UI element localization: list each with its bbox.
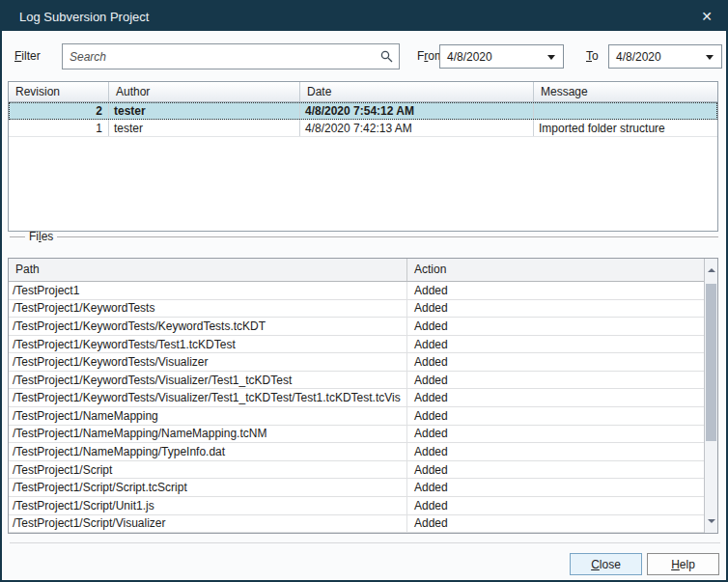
revision-row[interactable]: 1 tester 4/8/2020 7:42:13 AM Imported fo…	[9, 120, 717, 137]
column-header-message[interactable]: Message	[534, 82, 717, 101]
filter-label: Filter	[14, 43, 41, 69]
column-header-date[interactable]: Date	[300, 82, 534, 101]
file-row[interactable]: /TestProject1/Script/Visualizer Added	[9, 515, 704, 534]
path-cell: /TestProject1/KeywordTests/Visualizer/Te…	[9, 372, 407, 389]
chevron-down-icon	[706, 55, 714, 60]
from-date-select[interactable]: 4/8/2020	[439, 44, 564, 69]
to-date-select[interactable]: 4/8/2020	[608, 44, 722, 69]
file-row[interactable]: /TestProject1/Script/Script.tcScript Add…	[9, 479, 704, 497]
file-row[interactable]: /TestProject1 Added	[9, 282, 704, 300]
action-cell: Added	[407, 407, 704, 425]
path-cell: /TestProject1/Script	[9, 461, 407, 479]
path-cell: /TestProject1/NameMapping/TypeInfo.dat	[9, 443, 407, 460]
action-cell: Added	[407, 389, 704, 406]
revision-cell: 2	[9, 102, 109, 119]
author-cell: tester	[109, 120, 300, 136]
file-row[interactable]: /TestProject1/KeywordTests/Test1.tcKDTes…	[9, 336, 704, 354]
path-cell: /TestProject1/Script/Visualizer	[9, 515, 407, 533]
path-cell: /TestProject1/Script/Unit1.js	[9, 497, 407, 514]
revisions-table-header: Revision Author Date Message	[9, 82, 717, 102]
file-row[interactable]: /TestProject1/Script/Unit1.js Added	[9, 497, 704, 515]
path-cell: /TestProject1/NameMapping/NameMapping.tc…	[9, 426, 407, 443]
search-icon	[380, 50, 393, 63]
revisions-table: Revision Author Date Message 2 tester 4/…	[8, 81, 718, 232]
files-table: Path Action /TestProject1 Added /TestPro…	[8, 258, 718, 534]
action-cell: Added	[407, 443, 704, 460]
files-vertical-scrollbar[interactable]	[704, 259, 717, 533]
scrollbar-thumb[interactable]	[706, 284, 716, 441]
scroll-down-button[interactable]	[705, 514, 717, 528]
action-cell: Added	[407, 461, 704, 479]
close-button[interactable]: Close	[570, 553, 642, 575]
path-cell: /TestProject1/KeywordTests/KeywordTests.…	[9, 318, 407, 335]
path-cell: /TestProject1/KeywordTests/Visualizer	[9, 353, 407, 371]
path-cell: /TestProject1/NameMapping	[9, 407, 407, 425]
close-icon: ✕	[701, 9, 713, 24]
file-row[interactable]: /TestProject1/NameMapping/NameMapping.tc…	[9, 426, 704, 444]
path-cell: /TestProject1/Script/Script.tcScript	[9, 479, 407, 496]
footer-separator	[10, 542, 720, 543]
close-button-label: Close	[591, 558, 621, 571]
file-row[interactable]: /TestProject1/KeywordTests/Visualizer/Te…	[9, 372, 704, 390]
window-close-button[interactable]: ✕	[687, 2, 726, 31]
date-cell: 4/8/2020 7:42:13 AM	[300, 120, 534, 136]
action-cell: Added	[407, 318, 704, 335]
action-cell: Added	[407, 479, 704, 496]
to-label: To	[586, 43, 599, 69]
scroll-up-icon	[708, 268, 715, 272]
scroll-down-icon	[708, 519, 715, 523]
log-subversion-project-dialog: Log Subversion Project ✕ Filter From 4/8…	[0, 0, 728, 582]
message-cell: Imported folder structure	[534, 120, 717, 136]
action-cell: Added	[407, 282, 704, 299]
revisions-rows: 2 tester 4/8/2020 7:54:12 AM 1 tester 4/…	[9, 102, 717, 137]
file-row[interactable]: /TestProject1/KeywordTests Added	[9, 300, 704, 319]
revision-row[interactable]: 2 tester 4/8/2020 7:54:12 AM	[9, 102, 717, 120]
path-cell: /TestProject1/KeywordTests/Test1.tcKDTes…	[9, 336, 407, 353]
file-row[interactable]: /TestProject1/NameMapping/TypeInfo.dat A…	[9, 443, 704, 461]
scroll-up-button[interactable]	[705, 263, 717, 277]
search-box	[62, 43, 400, 69]
files-table-header: Path Action	[9, 259, 704, 282]
action-cell: Added	[407, 426, 704, 443]
files-group-header: Files	[10, 230, 718, 244]
column-header-revision[interactable]: Revision	[9, 82, 109, 101]
help-button[interactable]: Help	[647, 553, 719, 575]
help-button-label: Help	[671, 558, 695, 571]
revision-cell: 1	[9, 120, 109, 136]
date-cell: 4/8/2020 7:54:12 AM	[300, 102, 534, 119]
group-line	[57, 236, 718, 237]
action-cell: Added	[407, 300, 704, 318]
action-cell: Added	[407, 372, 704, 389]
column-header-author[interactable]: Author	[109, 82, 300, 101]
chevron-down-icon	[547, 55, 555, 60]
title-bar: Log Subversion Project ✕	[2, 2, 726, 31]
message-cell	[534, 102, 717, 119]
column-header-action[interactable]: Action	[407, 259, 704, 281]
action-cell: Added	[407, 353, 704, 371]
search-input[interactable]	[62, 43, 400, 69]
action-cell: Added	[407, 497, 704, 514]
file-row[interactable]: /TestProject1/KeywordTests/Visualizer Ad…	[9, 353, 704, 372]
to-date-value: 4/8/2020	[616, 50, 661, 64]
files-rows: /TestProject1 Added /TestProject1/Keywor…	[9, 282, 704, 533]
path-cell: /TestProject1/KeywordTests	[9, 300, 407, 318]
author-cell: tester	[109, 102, 300, 119]
column-header-path[interactable]: Path	[9, 259, 407, 281]
group-line	[10, 236, 25, 237]
from-date-value: 4/8/2020	[447, 50, 492, 64]
dialog-content: Filter From 4/8/2020 To 4/8/2020 Revisio…	[4, 33, 724, 578]
window-title: Log Subversion Project	[19, 10, 149, 24]
file-row[interactable]: /TestProject1/KeywordTests/KeywordTests.…	[9, 318, 704, 336]
action-cell: Added	[407, 336, 704, 353]
action-cell: Added	[407, 515, 704, 533]
path-cell: /TestProject1/KeywordTests/Visualizer/Te…	[9, 389, 407, 406]
file-row[interactable]: /TestProject1/Script Added	[9, 461, 704, 480]
file-row[interactable]: /TestProject1/NameMapping Added	[9, 407, 704, 426]
file-row[interactable]: /TestProject1/KeywordTests/Visualizer/Te…	[9, 389, 704, 407]
path-cell: /TestProject1	[9, 282, 407, 299]
files-group-label: Files	[25, 230, 57, 244]
